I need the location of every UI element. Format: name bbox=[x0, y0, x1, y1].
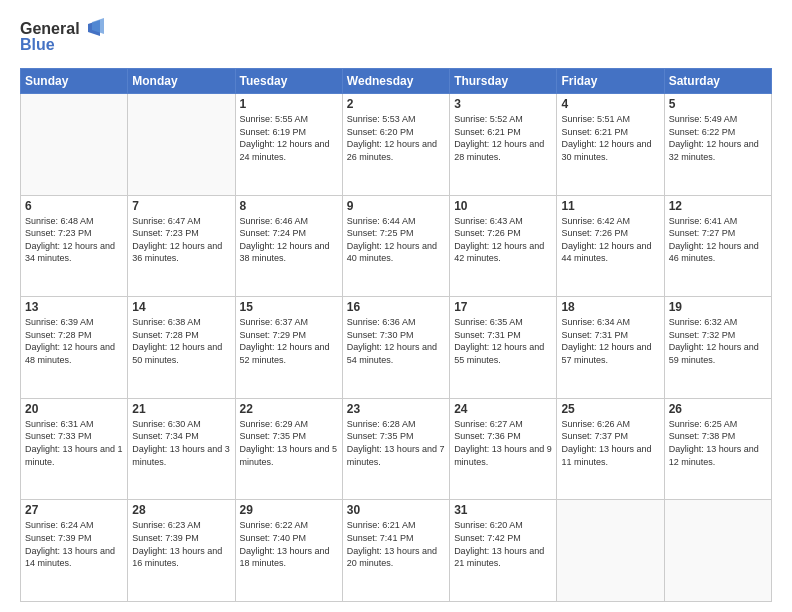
day-number: 22 bbox=[240, 402, 338, 416]
calendar-cell: 16Sunrise: 6:36 AMSunset: 7:30 PMDayligh… bbox=[342, 297, 449, 399]
day-number: 14 bbox=[132, 300, 230, 314]
day-number: 26 bbox=[669, 402, 767, 416]
calendar-day-header: Thursday bbox=[450, 69, 557, 94]
calendar-cell: 3Sunrise: 5:52 AMSunset: 6:21 PMDaylight… bbox=[450, 94, 557, 196]
calendar-cell: 17Sunrise: 6:35 AMSunset: 7:31 PMDayligh… bbox=[450, 297, 557, 399]
day-detail: Sunrise: 5:53 AMSunset: 6:20 PMDaylight:… bbox=[347, 113, 445, 163]
calendar-cell: 12Sunrise: 6:41 AMSunset: 7:27 PMDayligh… bbox=[664, 195, 771, 297]
day-number: 16 bbox=[347, 300, 445, 314]
day-detail: Sunrise: 6:37 AMSunset: 7:29 PMDaylight:… bbox=[240, 316, 338, 366]
day-number: 1 bbox=[240, 97, 338, 111]
calendar-cell: 23Sunrise: 6:28 AMSunset: 7:35 PMDayligh… bbox=[342, 398, 449, 500]
day-number: 15 bbox=[240, 300, 338, 314]
calendar-cell: 27Sunrise: 6:24 AMSunset: 7:39 PMDayligh… bbox=[21, 500, 128, 602]
svg-text:General: General bbox=[20, 20, 80, 37]
header: General Blue bbox=[20, 16, 772, 60]
calendar-cell: 28Sunrise: 6:23 AMSunset: 7:39 PMDayligh… bbox=[128, 500, 235, 602]
logo: General Blue bbox=[20, 16, 110, 60]
calendar-cell: 29Sunrise: 6:22 AMSunset: 7:40 PMDayligh… bbox=[235, 500, 342, 602]
calendar-cell: 13Sunrise: 6:39 AMSunset: 7:28 PMDayligh… bbox=[21, 297, 128, 399]
calendar-day-header: Saturday bbox=[664, 69, 771, 94]
day-detail: Sunrise: 6:29 AMSunset: 7:35 PMDaylight:… bbox=[240, 418, 338, 468]
calendar-cell: 11Sunrise: 6:42 AMSunset: 7:26 PMDayligh… bbox=[557, 195, 664, 297]
day-number: 27 bbox=[25, 503, 123, 517]
calendar-cell: 26Sunrise: 6:25 AMSunset: 7:38 PMDayligh… bbox=[664, 398, 771, 500]
day-detail: Sunrise: 6:21 AMSunset: 7:41 PMDaylight:… bbox=[347, 519, 445, 569]
week-row: 13Sunrise: 6:39 AMSunset: 7:28 PMDayligh… bbox=[21, 297, 772, 399]
calendar-cell: 21Sunrise: 6:30 AMSunset: 7:34 PMDayligh… bbox=[128, 398, 235, 500]
day-number: 24 bbox=[454, 402, 552, 416]
calendar-cell: 20Sunrise: 6:31 AMSunset: 7:33 PMDayligh… bbox=[21, 398, 128, 500]
day-detail: Sunrise: 6:27 AMSunset: 7:36 PMDaylight:… bbox=[454, 418, 552, 468]
day-detail: Sunrise: 6:44 AMSunset: 7:25 PMDaylight:… bbox=[347, 215, 445, 265]
day-number: 29 bbox=[240, 503, 338, 517]
week-row: 1Sunrise: 5:55 AMSunset: 6:19 PMDaylight… bbox=[21, 94, 772, 196]
calendar-cell: 10Sunrise: 6:43 AMSunset: 7:26 PMDayligh… bbox=[450, 195, 557, 297]
svg-text:Blue: Blue bbox=[20, 36, 55, 53]
day-detail: Sunrise: 6:24 AMSunset: 7:39 PMDaylight:… bbox=[25, 519, 123, 569]
day-number: 5 bbox=[669, 97, 767, 111]
calendar-cell: 2Sunrise: 5:53 AMSunset: 6:20 PMDaylight… bbox=[342, 94, 449, 196]
week-row: 6Sunrise: 6:48 AMSunset: 7:23 PMDaylight… bbox=[21, 195, 772, 297]
day-number: 19 bbox=[669, 300, 767, 314]
day-detail: Sunrise: 5:55 AMSunset: 6:19 PMDaylight:… bbox=[240, 113, 338, 163]
day-detail: Sunrise: 6:48 AMSunset: 7:23 PMDaylight:… bbox=[25, 215, 123, 265]
calendar-cell: 4Sunrise: 5:51 AMSunset: 6:21 PMDaylight… bbox=[557, 94, 664, 196]
day-detail: Sunrise: 6:26 AMSunset: 7:37 PMDaylight:… bbox=[561, 418, 659, 468]
calendar-cell: 15Sunrise: 6:37 AMSunset: 7:29 PMDayligh… bbox=[235, 297, 342, 399]
day-detail: Sunrise: 6:39 AMSunset: 7:28 PMDaylight:… bbox=[25, 316, 123, 366]
day-number: 23 bbox=[347, 402, 445, 416]
day-number: 21 bbox=[132, 402, 230, 416]
calendar-day-header: Monday bbox=[128, 69, 235, 94]
calendar-day-header: Sunday bbox=[21, 69, 128, 94]
day-detail: Sunrise: 6:28 AMSunset: 7:35 PMDaylight:… bbox=[347, 418, 445, 468]
day-detail: Sunrise: 6:23 AMSunset: 7:39 PMDaylight:… bbox=[132, 519, 230, 569]
calendar-day-header: Friday bbox=[557, 69, 664, 94]
day-number: 20 bbox=[25, 402, 123, 416]
calendar-cell: 8Sunrise: 6:46 AMSunset: 7:24 PMDaylight… bbox=[235, 195, 342, 297]
day-number: 9 bbox=[347, 199, 445, 213]
calendar-cell: 18Sunrise: 6:34 AMSunset: 7:31 PMDayligh… bbox=[557, 297, 664, 399]
day-number: 4 bbox=[561, 97, 659, 111]
day-number: 18 bbox=[561, 300, 659, 314]
calendar-cell bbox=[21, 94, 128, 196]
day-detail: Sunrise: 6:47 AMSunset: 7:23 PMDaylight:… bbox=[132, 215, 230, 265]
calendar-cell: 1Sunrise: 5:55 AMSunset: 6:19 PMDaylight… bbox=[235, 94, 342, 196]
page: General Blue SundayMondayTuesdayWednesda… bbox=[0, 0, 792, 612]
day-number: 10 bbox=[454, 199, 552, 213]
day-detail: Sunrise: 6:42 AMSunset: 7:26 PMDaylight:… bbox=[561, 215, 659, 265]
day-number: 8 bbox=[240, 199, 338, 213]
day-number: 3 bbox=[454, 97, 552, 111]
calendar-header-row: SundayMondayTuesdayWednesdayThursdayFrid… bbox=[21, 69, 772, 94]
calendar-cell: 6Sunrise: 6:48 AMSunset: 7:23 PMDaylight… bbox=[21, 195, 128, 297]
calendar-cell: 7Sunrise: 6:47 AMSunset: 7:23 PMDaylight… bbox=[128, 195, 235, 297]
day-number: 28 bbox=[132, 503, 230, 517]
calendar-cell: 31Sunrise: 6:20 AMSunset: 7:42 PMDayligh… bbox=[450, 500, 557, 602]
day-number: 30 bbox=[347, 503, 445, 517]
calendar-cell: 25Sunrise: 6:26 AMSunset: 7:37 PMDayligh… bbox=[557, 398, 664, 500]
calendar-cell: 5Sunrise: 5:49 AMSunset: 6:22 PMDaylight… bbox=[664, 94, 771, 196]
day-number: 31 bbox=[454, 503, 552, 517]
calendar-cell: 19Sunrise: 6:32 AMSunset: 7:32 PMDayligh… bbox=[664, 297, 771, 399]
calendar-cell: 30Sunrise: 6:21 AMSunset: 7:41 PMDayligh… bbox=[342, 500, 449, 602]
day-detail: Sunrise: 6:34 AMSunset: 7:31 PMDaylight:… bbox=[561, 316, 659, 366]
calendar-cell bbox=[128, 94, 235, 196]
day-detail: Sunrise: 6:20 AMSunset: 7:42 PMDaylight:… bbox=[454, 519, 552, 569]
day-number: 11 bbox=[561, 199, 659, 213]
calendar-table: SundayMondayTuesdayWednesdayThursdayFrid… bbox=[20, 68, 772, 602]
day-detail: Sunrise: 6:35 AMSunset: 7:31 PMDaylight:… bbox=[454, 316, 552, 366]
week-row: 20Sunrise: 6:31 AMSunset: 7:33 PMDayligh… bbox=[21, 398, 772, 500]
day-number: 17 bbox=[454, 300, 552, 314]
day-detail: Sunrise: 6:30 AMSunset: 7:34 PMDaylight:… bbox=[132, 418, 230, 468]
day-number: 13 bbox=[25, 300, 123, 314]
day-detail: Sunrise: 6:36 AMSunset: 7:30 PMDaylight:… bbox=[347, 316, 445, 366]
day-number: 2 bbox=[347, 97, 445, 111]
calendar-cell: 24Sunrise: 6:27 AMSunset: 7:36 PMDayligh… bbox=[450, 398, 557, 500]
day-number: 7 bbox=[132, 199, 230, 213]
calendar-cell bbox=[664, 500, 771, 602]
calendar-day-header: Tuesday bbox=[235, 69, 342, 94]
logo-text: General Blue bbox=[20, 16, 110, 60]
calendar-cell: 22Sunrise: 6:29 AMSunset: 7:35 PMDayligh… bbox=[235, 398, 342, 500]
day-number: 25 bbox=[561, 402, 659, 416]
calendar-cell bbox=[557, 500, 664, 602]
